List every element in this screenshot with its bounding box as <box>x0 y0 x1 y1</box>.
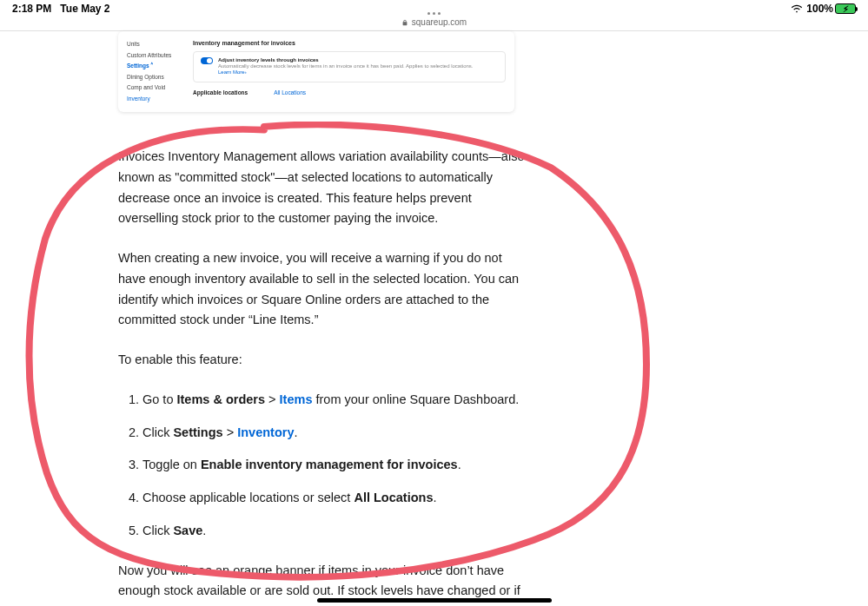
mini-sidebar-custom-attrs: Custom Attributes <box>127 53 184 59</box>
items-link[interactable]: Items <box>280 392 313 406</box>
browser-url-bar[interactable]: squareup.com <box>0 16 868 31</box>
settings-screenshot-card: Units Custom Attributes Settings ˄ Dinin… <box>118 31 514 112</box>
status-right: 100% ⚡︎ <box>791 3 856 15</box>
mini-loc-value: All Locations <box>274 89 306 96</box>
paragraph-2: When creating a new invoice, you will re… <box>118 248 525 331</box>
chevron-up-icon: ˄ <box>150 63 154 69</box>
mini-panel: Adjust inventory levels through invoices… <box>193 51 506 82</box>
article-body: Invoices Inventory Management allows var… <box>118 147 525 606</box>
step-4: Choose applicable locations or select Al… <box>142 488 525 509</box>
charging-bolt-icon: ⚡︎ <box>843 4 849 15</box>
steps-list: Go to Items & orders > Items from your o… <box>142 390 525 542</box>
mini-toggle-head: Adjust inventory levels through invoices <box>218 57 474 63</box>
mini-toggle-row: Adjust inventory levels through invoices… <box>201 57 498 76</box>
mini-title: Inventory management for invoices <box>193 40 506 46</box>
step-3-text-a: Toggle on <box>142 458 201 471</box>
step-3-text-c: . <box>458 458 461 471</box>
mini-main: Inventory management for invoices Adjust… <box>193 40 506 102</box>
step-5-text-a: Click <box>142 524 173 537</box>
mini-learn-more-label: Learn More <box>218 69 245 75</box>
paragraph-3: To enable this feature: <box>118 350 525 371</box>
step-3: Toggle on Enable inventory management fo… <box>142 455 525 476</box>
wifi-icon <box>791 4 803 14</box>
step-1-bold-items-orders: Items & orders <box>177 392 266 406</box>
battery-percent: 100% <box>806 3 833 15</box>
step-1-sep: > <box>265 392 280 406</box>
home-indicator[interactable] <box>317 598 552 603</box>
toggle-icon <box>201 57 213 64</box>
mini-sidebar-dining: Dining Options <box>127 75 184 81</box>
mini-loc-label: Applicable locations <box>193 89 248 96</box>
mini-sidebar-settings: Settings ˄ <box>127 63 184 69</box>
lock-icon <box>401 19 408 26</box>
mini-toggle-sub: Automatically decrease stock levels for … <box>218 63 474 69</box>
inventory-link[interactable]: Inventory <box>237 425 294 439</box>
step-4-text-c: . <box>433 491 436 504</box>
url-pill[interactable]: squareup.com <box>401 17 467 27</box>
mini-toggle-text: Adjust inventory levels through invoices… <box>218 57 474 76</box>
step-1-text-a: Go to <box>142 392 177 406</box>
step-2-text-e: . <box>294 425 297 439</box>
paragraph-1: Invoices Inventory Management allows var… <box>118 147 525 229</box>
multitask-dots-icon[interactable] <box>427 12 441 15</box>
step-2-sep: > <box>223 425 238 439</box>
battery-icon: ⚡︎ <box>835 3 856 14</box>
step-4-text-a: Choose applicable locations or select <box>142 491 354 504</box>
step-2: Click Settings > Inventory. <box>142 423 525 444</box>
step-5: Click Save. <box>142 521 525 542</box>
mini-sidebar-comp-void: Comp and Void <box>127 85 184 91</box>
status-date: Tue May 2 <box>60 3 109 15</box>
mini-sidebar-settings-label: Settings <box>127 63 149 69</box>
url-text: squareup.com <box>412 17 467 27</box>
page-content: Units Custom Attributes Settings ˄ Dinin… <box>0 31 868 606</box>
step-2-text-a: Click <box>142 425 173 439</box>
step-1-text-e: from your online Square Dashboard. <box>312 392 519 406</box>
mini-sidebar-units: Units <box>127 42 184 48</box>
step-5-text-c: . <box>202 524 206 537</box>
status-left: 2:18 PM Tue May 2 <box>12 3 110 15</box>
mini-locations-row: Applicable locations All Locations <box>193 89 506 96</box>
step-1: Go to Items & orders > Items from your o… <box>142 390 525 411</box>
step-2-bold-settings: Settings <box>173 425 222 439</box>
mini-sidebar-inventory: Inventory <box>127 96 184 102</box>
step-3-bold: Enable inventory management for invoices <box>201 458 458 471</box>
step-5-bold: Save <box>173 524 202 537</box>
battery-indicator: 100% ⚡︎ <box>806 3 856 15</box>
status-time: 2:18 PM <box>12 3 51 15</box>
mini-sidebar: Units Custom Attributes Settings ˄ Dinin… <box>127 40 184 102</box>
step-4-bold: All Locations <box>354 491 433 504</box>
mini-learn-more-link: Learn More› <box>218 69 474 76</box>
